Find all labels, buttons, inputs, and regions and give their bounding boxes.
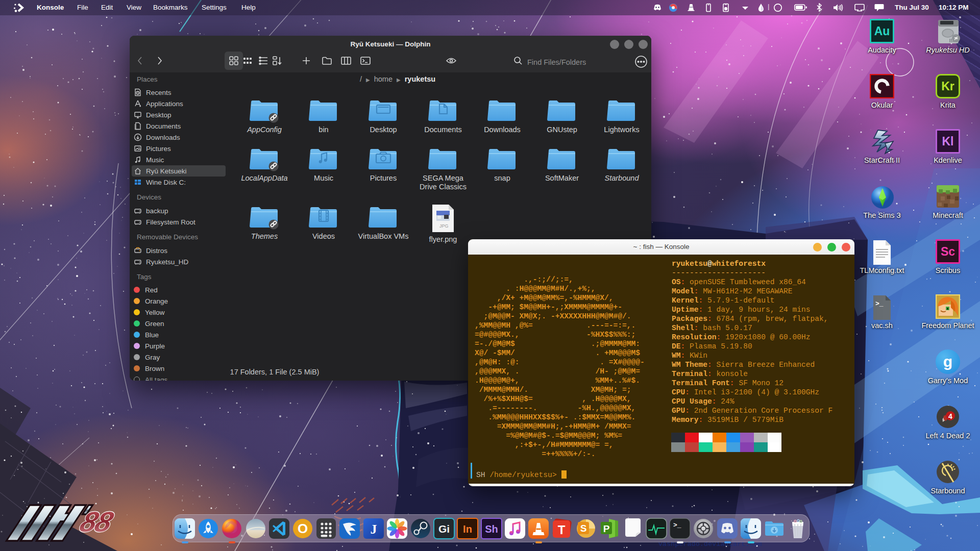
svg-text:JPG: JPG bbox=[439, 223, 449, 229]
svg-text:>_: >_ bbox=[673, 521, 681, 529]
svg-text:Sh: Sh bbox=[485, 523, 498, 535]
svg-text:J: J bbox=[371, 522, 377, 537]
svg-text:P: P bbox=[603, 523, 610, 534]
svg-text:Gi: Gi bbox=[438, 523, 450, 535]
svg-text:T: T bbox=[558, 523, 566, 537]
svg-text:S: S bbox=[580, 523, 587, 534]
svg-text:4: 4 bbox=[948, 412, 952, 420]
svg-text:>_: >_ bbox=[875, 300, 884, 308]
svg-text:In: In bbox=[463, 523, 472, 535]
svg-text:O: O bbox=[298, 521, 308, 536]
